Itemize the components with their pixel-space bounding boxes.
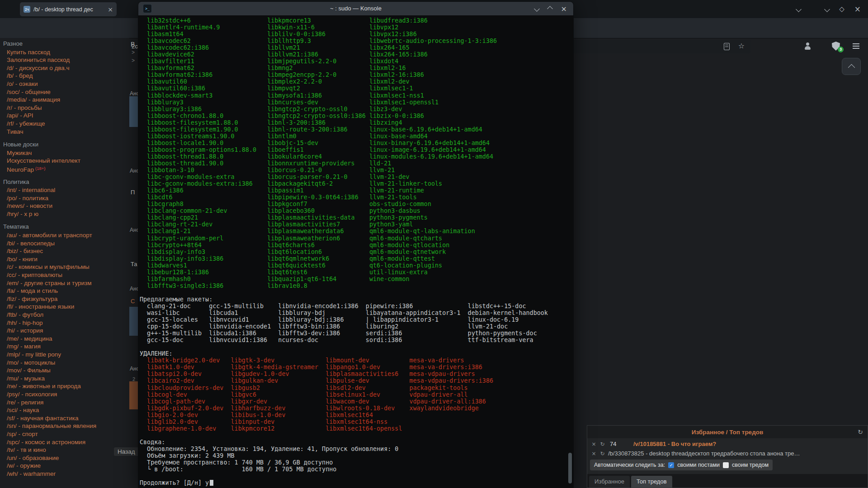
sidebar-item[interactable]: /w/ - оружие xyxy=(0,461,129,469)
konsole-close-icon[interactable]: × xyxy=(561,5,567,13)
sidebar-item[interactable]: Искусственный интеллект xyxy=(0,156,129,164)
board-link[interactable]: /news/ - новости xyxy=(7,202,52,209)
sidebar-item[interactable]: /mlp/ - my little pony xyxy=(0,350,129,358)
sidebar-item[interactable]: /fa/ - мода и стиль xyxy=(0,286,129,295)
board-link[interactable]: Тивач xyxy=(7,128,23,135)
board-link[interactable]: /mov/ - Фильмы xyxy=(7,367,51,374)
board-link[interactable]: Залогиниться пасскод xyxy=(7,56,70,63)
sidebar-item[interactable]: /bo/ - книги xyxy=(0,255,129,263)
sidebar-item[interactable]: /r/ - просьбы xyxy=(0,103,129,112)
board-link[interactable]: /hh/ - hip-hop xyxy=(7,319,43,326)
sidebar-item[interactable]: /sf/ - научная фантастика xyxy=(0,414,129,422)
sidebar-item[interactable]: /cc/ - криптовалюты xyxy=(0,271,129,279)
board-link[interactable]: /o/ - оэкаки xyxy=(7,80,38,87)
sidebar-item[interactable]: /d/ - дискуссии о два.ч xyxy=(0,64,129,72)
favorites-refresh-icon[interactable]: ↻ xyxy=(858,428,863,436)
board-link[interactable]: /c/ - комиксы и мультфильмы xyxy=(7,263,90,270)
board-link[interactable]: /fa/ - мода и стиль xyxy=(7,287,58,294)
board-link[interactable]: /api/ - API xyxy=(7,112,33,119)
sidebar-item[interactable]: /au/ - автомобили и транспорт xyxy=(0,231,129,239)
favorite-thread-link[interactable]: /b/330873825 - desktop threadдесктоп тре… xyxy=(608,450,800,457)
sidebar-item[interactable]: /sn/ - паранормальные явления xyxy=(0,422,129,430)
board-link[interactable]: /spc/ - космос и астрономия xyxy=(7,439,85,446)
sidebar-item[interactable]: /mov/ - Фильмы xyxy=(0,366,129,374)
sidebar-item[interactable]: /mg/ - магия xyxy=(0,342,129,350)
board-link[interactable]: /ne/ - животные и природа xyxy=(7,383,81,389)
board-link[interactable]: NeuroFap xyxy=(7,166,34,173)
sidebar-item[interactable]: /o/ - оэкаки xyxy=(0,80,129,88)
tab-close-icon[interactable]: × xyxy=(108,6,113,13)
sidebar-item[interactable]: /sp/ - спорт xyxy=(0,430,129,438)
konsole-maximize-icon[interactable] xyxy=(547,6,553,12)
board-link[interactable]: /sf/ - научная фантастика xyxy=(7,415,78,422)
board-link[interactable]: Мужикач xyxy=(7,150,32,156)
bookmark-star-icon[interactable]: ☆ xyxy=(738,42,745,50)
board-link[interactable]: /mu/ - музыка xyxy=(7,375,45,382)
remove-favorite-icon[interactable]: × xyxy=(591,441,597,447)
board-link[interactable]: /un/ - образование xyxy=(7,455,59,461)
remove-favorite-icon[interactable]: × xyxy=(591,450,597,457)
sidebar-item[interactable]: /hry/ - х р ю xyxy=(0,210,129,218)
konsole-minimize-icon[interactable] xyxy=(534,6,540,12)
sidebar-item[interactable]: /fl/ - иностранные языки xyxy=(0,302,129,310)
board-link[interactable]: /int/ - international xyxy=(7,187,55,193)
sidebar-item[interactable]: /bi/ - велосипеды xyxy=(0,239,129,247)
sidebar-item[interactable]: /wh/ - warhammer xyxy=(0,469,129,478)
sidebar-item[interactable]: /hi/ - история xyxy=(0,326,129,334)
account-icon[interactable] xyxy=(804,42,811,50)
scroll-to-top-button[interactable] xyxy=(842,58,861,75)
sidebar-item[interactable]: /media/ - анимация xyxy=(0,95,129,103)
board-link[interactable]: /w/ - оружие xyxy=(7,462,41,469)
board-link[interactable]: /mo/ - мотоциклы xyxy=(7,359,55,366)
back-to-board-button[interactable]: Назад xyxy=(114,447,139,456)
sidebar-item[interactable]: /sci/ - наука xyxy=(0,406,129,414)
reader-mode-icon[interactable] xyxy=(724,43,730,50)
sidebar-item[interactable]: /b/ - бред xyxy=(0,71,129,80)
window-minimize-icon[interactable] xyxy=(824,6,830,12)
board-link[interactable]: /ftb/ - футбол xyxy=(7,311,43,318)
board-link[interactable]: /tv/ - тв и кино xyxy=(7,446,46,453)
sidebar-item[interactable]: /rf/ - убежище xyxy=(0,119,129,127)
sidebar-item[interactable]: /psy/ - психология xyxy=(0,390,129,398)
board-link[interactable]: /soc/ - общение xyxy=(7,89,51,95)
board-link[interactable]: /po/ - политика xyxy=(7,195,48,202)
sidebar-item[interactable]: /soc/ - общение xyxy=(0,88,129,96)
board-link[interactable]: /psy/ - психология xyxy=(7,391,57,398)
favorites-tab[interactable]: Топ тредов xyxy=(631,476,672,488)
board-link[interactable]: /sci/ - наука xyxy=(7,407,39,413)
browser-tab[interactable]: 2ч /b/ - desktop thread дес × xyxy=(20,2,117,16)
sidebar-item[interactable]: /int/ - international xyxy=(0,186,129,194)
board-link[interactable]: Искусственный интеллект xyxy=(7,157,80,164)
board-link[interactable]: /me/ - медицина xyxy=(7,335,52,342)
follow-checkbox[interactable] xyxy=(723,462,729,468)
board-link[interactable]: /wh/ - warhammer xyxy=(7,470,56,477)
sidebar-item[interactable]: /news/ - новости xyxy=(0,202,129,210)
board-link[interactable]: /r/ - просьбы xyxy=(7,104,42,111)
sidebar-item[interactable]: /po/ - политика xyxy=(0,194,129,202)
board-link[interactable]: /hi/ - история xyxy=(7,327,43,334)
window-close-icon[interactable]: × xyxy=(854,5,861,14)
board-link[interactable]: /rf/ - убежище xyxy=(7,120,45,127)
board-link[interactable]: /re/ - религия xyxy=(7,399,43,406)
board-link[interactable]: /bo/ - книги xyxy=(7,256,38,263)
board-link[interactable]: /fiz/ - физкультура xyxy=(7,296,57,302)
board-link[interactable]: /mlp/ - my little pony xyxy=(7,351,61,358)
konsole-titlebar[interactable]: >_ ~ : sudo — Konsole × xyxy=(138,2,573,15)
sidebar-item[interactable]: Залогиниться пасскод xyxy=(0,56,129,64)
board-link[interactable]: /d/ - дискуссии о два.ч xyxy=(7,65,70,71)
follow-checkbox[interactable]: ✓ xyxy=(668,462,674,468)
board-link[interactable]: /biz/ - бизнес xyxy=(7,248,43,254)
favorites-tab[interactable]: Избранное xyxy=(589,476,630,488)
board-link[interactable]: /sp/ - спорт xyxy=(7,431,38,437)
sidebar-item[interactable]: /c/ - комиксы и мультфильмы xyxy=(0,263,129,271)
board-link[interactable]: /hry/ - х р ю xyxy=(7,211,38,217)
sidebar-item[interactable]: /re/ - религия xyxy=(0,398,129,406)
board-link[interactable]: /fl/ - иностранные языки xyxy=(7,303,74,310)
board-link[interactable]: /au/ - автомобили и транспорт xyxy=(7,232,92,239)
board-link[interactable]: Купить пасскод xyxy=(7,49,50,56)
board-link[interactable]: /em/ - другие страны и туризм xyxy=(7,280,92,286)
board-link[interactable]: /bi/ - велосипеды xyxy=(7,240,55,247)
sidebar-item[interactable]: /hh/ - hip-hop xyxy=(0,319,129,327)
menu-hamburger-icon[interactable] xyxy=(853,43,859,49)
sidebar-item[interactable]: Купить пасскод xyxy=(0,48,129,56)
